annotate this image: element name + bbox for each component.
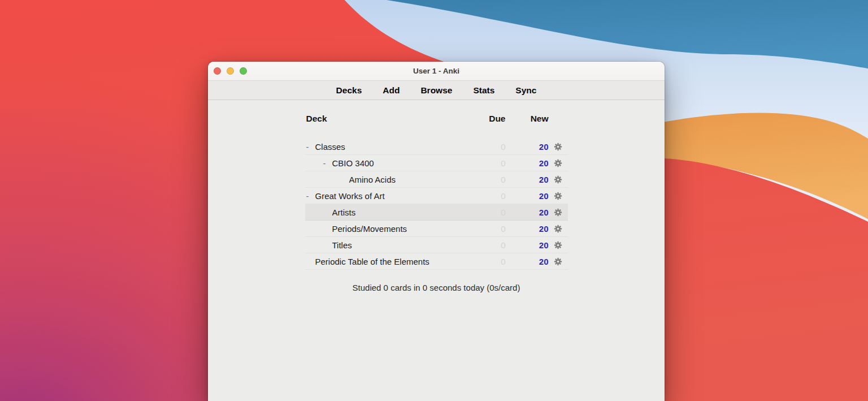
new-count: 20 [506,158,549,168]
toolbar-item-decks[interactable]: Decks [336,85,362,96]
due-count: 0 [461,224,506,234]
deck-name[interactable]: Artists [332,208,461,217]
close-button[interactable] [214,67,221,75]
deck-name[interactable]: Periods/Movements [332,224,461,234]
study-summary: Studied 0 cards in 0 seconds today (0s/c… [208,283,665,292]
due-count: 0 [461,158,506,168]
new-count: 20 [506,257,549,266]
deck-column-header: Deck [306,114,461,124]
deck-row[interactable]: Amino Acids 0 20 [305,171,568,188]
new-count: 20 [506,240,549,250]
gear-icon[interactable] [549,208,568,217]
deck-rows: - Classes 0 20 - CBIO 3400 0 20 [305,139,568,270]
deck-row[interactable]: Periodic Table of the Elements 0 20 [305,253,568,270]
toolbar-item-add[interactable]: Add [383,85,400,96]
collapse-toggle[interactable]: - [305,142,315,152]
deck-row[interactable]: Periods/Movements 0 20 [305,221,568,237]
due-count: 0 [461,257,506,266]
new-count: 20 [506,191,549,201]
toolbar-item-sync[interactable]: Sync [515,85,536,96]
gear-icon[interactable] [549,257,568,266]
collapse-toggle[interactable]: - [305,191,315,201]
new-count: 20 [506,224,549,234]
new-column-header: New [506,114,549,124]
window-title: User 1 - Anki [413,67,459,75]
due-count: 0 [461,240,506,250]
deck-row[interactable]: - Classes 0 20 [305,139,568,155]
gear-icon[interactable] [549,241,568,249]
deck-name[interactable]: Classes [315,142,461,152]
deck-name[interactable]: Amino Acids [349,175,461,184]
new-count: 20 [506,208,549,217]
deck-row[interactable]: Artists 0 20 [305,204,568,221]
due-column-header: Due [461,114,506,124]
collapse-toggle[interactable]: - [322,158,332,168]
due-count: 0 [461,142,506,152]
gear-icon[interactable] [549,192,568,200]
deck-row[interactable]: - Great Works of Art 0 20 [305,188,568,204]
gear-icon[interactable] [549,159,568,167]
new-count: 20 [506,142,549,152]
gear-icon[interactable] [549,143,568,151]
gear-icon[interactable] [549,175,568,184]
deck-browser: Deck Due New - Classes 0 20 [208,100,665,292]
deck-name[interactable]: CBIO 3400 [332,158,461,168]
window-titlebar[interactable]: User 1 - Anki [208,62,665,81]
due-count: 0 [461,175,506,184]
new-count: 20 [506,175,549,184]
traffic-lights [214,62,247,80]
toolbar-item-browse[interactable]: Browse [420,85,452,96]
deck-name[interactable]: Titles [332,240,461,250]
deck-row[interactable]: - CBIO 3400 0 20 [305,155,568,171]
deck-name[interactable]: Great Works of Art [315,191,461,201]
deck-table-header: Deck Due New [305,114,568,124]
gear-icon[interactable] [549,225,568,233]
desktop: User 1 - Anki DecksAddBrowseStatsSync De… [0,0,868,401]
deck-table: Deck Due New - Classes 0 20 [305,114,568,270]
due-count: 0 [461,208,506,217]
deck-name[interactable]: Periodic Table of the Elements [315,257,461,266]
main-toolbar: DecksAddBrowseStatsSync [208,81,665,100]
toolbar-item-stats[interactable]: Stats [473,85,494,96]
zoom-button[interactable] [240,67,247,75]
due-count: 0 [461,191,506,201]
anki-window: User 1 - Anki DecksAddBrowseStatsSync De… [208,62,665,401]
deck-row[interactable]: Titles 0 20 [305,237,568,253]
minimize-button[interactable] [227,67,234,75]
